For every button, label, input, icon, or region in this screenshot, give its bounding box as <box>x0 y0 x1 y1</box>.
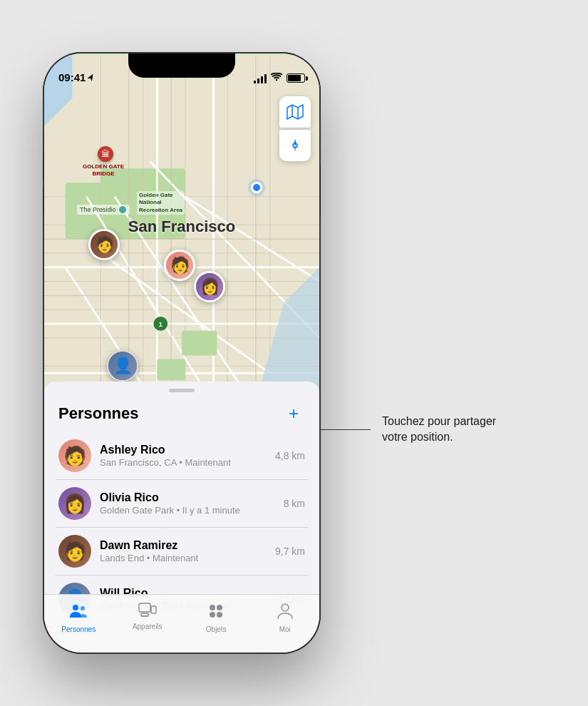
gg-park-label: Golden Gate National Recreation Area <box>137 191 185 215</box>
battery-icon <box>287 73 305 83</box>
scene: 09:41 <box>0 0 588 706</box>
annotation-text: Touchez pour partager votre position. <box>382 414 496 446</box>
svg-point-44 <box>217 605 222 610</box>
wifi-icon <box>271 73 282 83</box>
location-arrow-icon <box>88 73 95 82</box>
svg-point-47 <box>282 604 289 611</box>
list-item[interactable]: 🧑 Dawn Ramirez Lands End • Maintenant 9,… <box>56 528 308 575</box>
person-location: Golden Gate Park • Il y a 1 minute <box>100 505 275 516</box>
objets-icon <box>207 602 225 623</box>
list-item[interactable]: 🧑 Ashley Rico San Francisco, CA • Mainte… <box>56 432 308 480</box>
list-item[interactable]: 👩 Olivia Rico Golden Gate Park • Il y a … <box>56 480 308 528</box>
person-distance: 4,8 km <box>275 450 305 461</box>
signal-icon <box>254 73 267 83</box>
avatar: 🧑 <box>58 535 91 568</box>
annotation-line <box>314 429 371 430</box>
svg-rect-32 <box>182 331 217 356</box>
annotation: Touchez pour partager votre position. <box>314 414 496 446</box>
panel-title: Personnes <box>58 404 139 423</box>
svg-point-46 <box>217 612 222 618</box>
svg-rect-42 <box>151 606 156 613</box>
city-label: San Francisco <box>128 218 235 236</box>
person-info: Olivia Rico Golden Gate Park • Il y a 1 … <box>100 491 275 516</box>
tab-appareils[interactable]: Appareils <box>113 602 182 630</box>
person-distance: 8 km <box>284 498 305 509</box>
panel-header: Personnes + <box>44 392 319 432</box>
map-pin-olivia[interactable]: 👩 <box>194 271 225 302</box>
map-pin-ashley[interactable]: 🧑 <box>164 250 195 281</box>
person-name: Ashley Rico <box>100 444 267 456</box>
svg-point-45 <box>210 612 215 618</box>
phone-frame: 09:41 <box>43 52 321 654</box>
map-pin-will[interactable]: 👤 <box>107 350 138 382</box>
avatar: 🧑 <box>58 439 91 472</box>
current-location-dot <box>251 182 262 193</box>
avatar: 👩 <box>58 487 91 520</box>
person-name: Olivia Rico <box>100 491 275 504</box>
golden-gate-icon: 🏛 <box>98 146 113 162</box>
notch <box>128 53 235 78</box>
svg-rect-39 <box>139 603 150 612</box>
presidio-label: The Presidio <box>77 205 130 215</box>
tab-label-moi: Moi <box>279 625 291 633</box>
map-icon <box>287 103 304 121</box>
map-view-button[interactable] <box>279 96 311 128</box>
bottom-panel: Personnes + 🧑 Ashley Rico San Francisco,… <box>44 382 319 653</box>
phone-inner: 09:41 <box>44 53 319 653</box>
golden-gate-label: GOLDEN GATE BRIDGE <box>83 163 124 177</box>
side-button-vol-up <box>43 152 43 180</box>
tab-moi[interactable]: Moi <box>251 602 320 633</box>
person-location: San Francisco, CA • Maintenant <box>100 457 267 468</box>
svg-text:1: 1 <box>159 320 163 328</box>
map-button-group <box>279 96 311 161</box>
moi-icon <box>277 602 294 623</box>
personnes-icon <box>68 602 88 623</box>
time-display: 09:41 <box>58 71 86 83</box>
person-name: Dawn Ramirez <box>100 539 267 552</box>
compass-icon <box>287 138 303 153</box>
person-distance: 9,7 km <box>275 546 305 557</box>
person-info: Dawn Ramirez Lands End • Maintenant <box>100 539 267 563</box>
person-info: Ashley Rico San Francisco, CA • Maintena… <box>100 444 267 468</box>
svg-point-38 <box>81 606 85 610</box>
tab-bar: Personnes Appareils <box>44 594 319 653</box>
appareils-icon <box>138 602 157 620</box>
svg-rect-33 <box>157 359 185 380</box>
side-button-vol-down <box>43 188 43 216</box>
tab-personnes[interactable]: Personnes <box>44 602 113 633</box>
map-pin-dawn[interactable]: 🧑 <box>88 229 120 260</box>
tab-label-personnes: Personnes <box>61 625 96 633</box>
person-location: Lands End • Maintenant <box>100 553 267 563</box>
svg-point-43 <box>210 605 215 610</box>
tab-objets[interactable]: Objets <box>182 602 251 633</box>
location-button[interactable] <box>279 130 311 161</box>
add-person-button[interactable]: + <box>282 402 305 425</box>
side-button-silent <box>320 166 321 216</box>
tab-label-objets: Objets <box>206 625 227 633</box>
svg-point-37 <box>73 605 78 610</box>
status-time: 09:41 <box>58 71 95 83</box>
status-icons <box>254 73 305 83</box>
tab-label-appareils: Appareils <box>133 623 163 630</box>
